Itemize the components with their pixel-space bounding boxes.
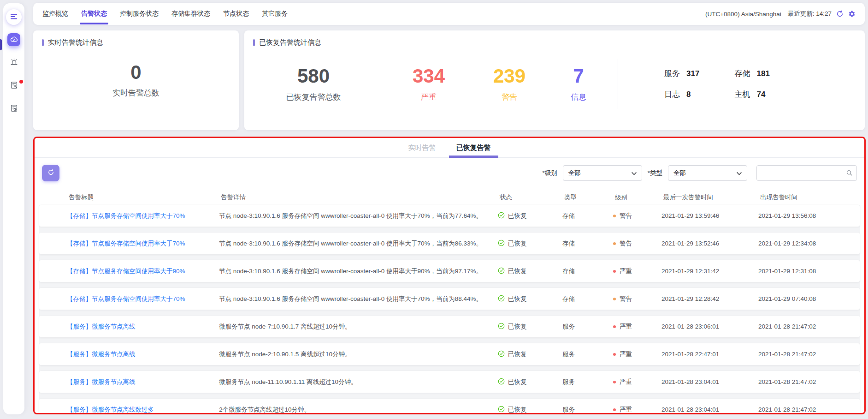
check-circle-icon bbox=[498, 406, 505, 414]
alert-last-time: 2021-01-28 23:06:01 bbox=[661, 323, 758, 330]
alert-detail: 节点 node-3:10.90.1.6 服务存储空间 wwwroller-coa… bbox=[219, 212, 498, 220]
alert-last-time: 2021-01-28 23:04:01 bbox=[661, 378, 758, 385]
breakdown-log: 日志8 bbox=[664, 89, 735, 100]
alert-type: 服务 bbox=[562, 350, 613, 359]
alert-level: 警告 bbox=[613, 295, 661, 303]
level-text: 警告 bbox=[620, 295, 632, 303]
realtime-stats-card: 实时告警统计信息 0 实时告警总数 bbox=[33, 30, 239, 130]
level-text: 严重 bbox=[620, 406, 632, 414]
alert-title-link[interactable]: 【服务】微服务节点离线 bbox=[67, 351, 136, 358]
status-text: 已恢复 bbox=[508, 239, 527, 248]
nav-tab-3[interactable]: 存储集群状态 bbox=[171, 8, 210, 20]
sidebar-item-alert-history[interactable] bbox=[7, 102, 20, 115]
alert-status: 已恢复 bbox=[498, 378, 562, 386]
alert-first-time: 2021-01-29 07:40:08 bbox=[758, 295, 860, 302]
panel-tabs: 实时告警 已恢复告警 bbox=[35, 138, 864, 158]
alert-detail: 微服务节点 node-11:10.90.1.11 离线超过10分钟。 bbox=[219, 378, 498, 386]
alert-title-link[interactable]: 【存储】节点服务存储空间使用率大于90% bbox=[67, 268, 185, 275]
alert-status: 已恢复 bbox=[498, 350, 562, 359]
stat-recovered-total: 580 已恢复告警总数 bbox=[244, 66, 383, 102]
alert-first-time: 2021-01-28 21:47:02 bbox=[758, 351, 860, 358]
menu-button[interactable] bbox=[6, 9, 22, 25]
alert-first-time: 2021-01-29 12:31:08 bbox=[758, 268, 860, 275]
alert-title-link[interactable]: 【存储】节点服务存储空间使用率大于70% bbox=[67, 295, 185, 302]
card-title: 实时告警统计信息 bbox=[33, 30, 239, 47]
level-dot bbox=[613, 325, 616, 328]
alert-detail: 节点 node-3:10.90.1.6 服务存储空间 wwwroller-coa… bbox=[219, 295, 498, 303]
breakdown-service: 服务317 bbox=[664, 68, 735, 79]
alert-level: 警告 bbox=[613, 212, 661, 220]
level-dot bbox=[613, 298, 616, 300]
level-select[interactable]: 全部 bbox=[563, 165, 642, 181]
sidebar bbox=[3, 3, 24, 414]
alert-last-time: 2021-01-29 12:28:42 bbox=[661, 295, 758, 302]
search-icon[interactable] bbox=[846, 169, 853, 178]
sidebar-item-alarm[interactable] bbox=[7, 56, 20, 69]
level-text: 严重 bbox=[620, 378, 632, 386]
type-filter-label: *类型 bbox=[648, 169, 662, 177]
title-accent-bar bbox=[253, 39, 255, 46]
search-box bbox=[756, 165, 857, 181]
table-row: 【服务】微服务节点离线数过多 2个微服务节点离线超过10分钟。 已恢复 服务 严… bbox=[39, 399, 860, 414]
check-circle-icon bbox=[498, 267, 505, 275]
siren-icon bbox=[10, 58, 18, 68]
alert-title-link[interactable]: 【存储】节点服务存储空间使用率大于70% bbox=[67, 240, 185, 247]
col-alert-detail: 告警详情 bbox=[221, 193, 500, 202]
level-dot bbox=[613, 270, 616, 273]
stat-info: 7 信息 bbox=[544, 66, 613, 102]
alert-title-link[interactable]: 【服务】微服务节点离线 bbox=[67, 378, 136, 385]
check-circle-icon bbox=[498, 378, 505, 386]
alert-detail: 节点 node-3:10.90.1.6 服务存储空间 wwwroller-coa… bbox=[219, 267, 498, 275]
alert-title-link[interactable]: 【服务】微服务节点离线 bbox=[67, 323, 136, 330]
search-input[interactable] bbox=[756, 165, 857, 181]
alert-status: 已恢复 bbox=[498, 212, 562, 220]
level-text: 警告 bbox=[620, 239, 632, 248]
alert-level: 严重 bbox=[613, 350, 661, 359]
stat-label: 严重 bbox=[421, 92, 437, 102]
alert-type: 存储 bbox=[562, 212, 613, 220]
stat-value: 7 bbox=[573, 66, 584, 87]
alert-level: 严重 bbox=[613, 323, 661, 331]
recovered-alerts-panel: 实时告警 已恢复告警 *级别 全部 *类型 全部 bbox=[33, 137, 866, 414]
gear-icon[interactable] bbox=[848, 10, 856, 18]
alert-level: 严重 bbox=[613, 267, 661, 275]
alert-status: 已恢复 bbox=[498, 406, 562, 414]
alert-last-time: 2021-01-29 13:59:46 bbox=[661, 212, 758, 219]
alert-status: 已恢复 bbox=[498, 323, 562, 331]
sidebar-item-alert-query[interactable] bbox=[7, 79, 20, 92]
refresh-icon[interactable] bbox=[836, 10, 844, 18]
alert-type: 存储 bbox=[562, 239, 613, 248]
level-dot bbox=[613, 242, 616, 245]
status-text: 已恢复 bbox=[508, 323, 527, 331]
nav-tab-4[interactable]: 节点状态 bbox=[223, 8, 249, 20]
nav-tab-1[interactable]: 告警状态 bbox=[81, 8, 107, 20]
chevron-down-icon bbox=[632, 170, 637, 177]
sidebar-item-alert-monitor[interactable] bbox=[7, 33, 20, 46]
table-refresh-button[interactable] bbox=[42, 165, 59, 181]
alert-title-link[interactable]: 【存储】节点服务存储空间使用率大于70% bbox=[67, 212, 185, 219]
status-text: 已恢复 bbox=[508, 350, 527, 359]
card-title: 已恢复告警统计信息 bbox=[244, 30, 865, 47]
chevron-down-icon bbox=[737, 170, 742, 177]
table-row: 【存储】节点服务存储空间使用率大于70% 节点 node-3:10.90.1.6… bbox=[39, 205, 860, 227]
status-text: 已恢复 bbox=[508, 267, 527, 275]
recovered-stats-card: 已恢复告警统计信息 580 已恢复告警总数 334 严重 239 警告 7 信息… bbox=[244, 30, 865, 130]
alert-status: 已恢复 bbox=[498, 295, 562, 303]
top-header-bar: 监控概览告警状态控制服务状态存储集群状态节点状态其它服务 (UTC+0800) … bbox=[33, 3, 865, 25]
stat-label: 警告 bbox=[502, 92, 517, 102]
alert-type: 服务 bbox=[562, 406, 613, 414]
nav-tabs: 监控概览告警状态控制服务状态存储集群状态节点状态其它服务 bbox=[42, 8, 288, 20]
tab-realtime-alerts[interactable]: 实时告警 bbox=[408, 144, 436, 157]
level-text: 严重 bbox=[620, 350, 632, 359]
alert-last-time: 2021-01-28 22:47:01 bbox=[661, 351, 758, 358]
type-select[interactable]: 全部 bbox=[668, 165, 747, 181]
nav-tab-2[interactable]: 控制服务状态 bbox=[120, 8, 159, 20]
nav-tab-0[interactable]: 监控概览 bbox=[42, 8, 68, 20]
nav-tab-5[interactable]: 其它服务 bbox=[262, 8, 288, 20]
tab-recovered-alerts[interactable]: 已恢复告警 bbox=[456, 144, 491, 157]
table-row: 【服务】微服务节点离线 微服务节点 node-11:10.90.1.11 离线超… bbox=[39, 371, 860, 393]
alert-title-link[interactable]: 【服务】微服务节点离线数过多 bbox=[67, 406, 154, 413]
table-row: 【存储】节点服务存储空间使用率大于90% 节点 node-3:10.90.1.6… bbox=[39, 260, 860, 282]
realtime-card-title-text: 实时告警统计信息 bbox=[48, 38, 103, 47]
refresh-icon bbox=[47, 169, 54, 177]
